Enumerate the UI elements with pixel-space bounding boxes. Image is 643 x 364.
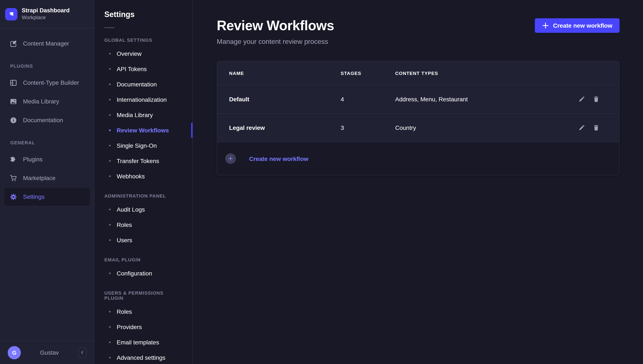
main-content: Review Workflows Manage your content rev… (193, 0, 643, 364)
sidebar-item-plugins[interactable]: Plugins (4, 150, 90, 168)
settings-nav-label: Review Workflows (117, 127, 169, 134)
plus-icon (542, 22, 549, 29)
create-workflow-button[interactable]: Create new workflow (535, 18, 620, 33)
settings-nav-api-tokens[interactable]: API Tokens (94, 61, 192, 76)
settings-nav-review-workflows[interactable]: Review Workflows (94, 122, 192, 138)
settings-nav-roles[interactable]: Roles (94, 304, 192, 319)
bullet-icon (109, 341, 111, 343)
sidebar-item-settings[interactable]: Settings (4, 188, 90, 206)
settings-nav-label: Internationalization (117, 96, 167, 103)
sidebar-item-documentation[interactable]: Documentation (4, 111, 90, 129)
workflow-name-cell: Default (217, 85, 341, 114)
table-row[interactable]: Legal review3Country (217, 114, 619, 142)
sidebar-item-label: Content Manager (23, 40, 69, 47)
table-row[interactable]: Default4Address, Menu, Restaurant (217, 85, 619, 114)
sidebar-item-marketplace[interactable]: Marketplace (4, 169, 90, 187)
info-icon (9, 116, 17, 124)
bullet-icon (109, 326, 111, 328)
subnav-section-header: ADMINISTRATION PANEL (94, 184, 192, 202)
cart-icon (9, 174, 17, 182)
sidebar-item-content-manager[interactable]: Content Manager (4, 34, 90, 52)
subnav-header: Settings (94, 0, 192, 28)
settings-nav-users[interactable]: Users (94, 232, 192, 248)
bullet-icon (109, 160, 111, 162)
pen-icon (9, 40, 17, 47)
row-actions-cell (555, 114, 619, 142)
workflow-stages-cell: 3 (341, 114, 395, 142)
edit-workflow-button[interactable] (578, 96, 585, 102)
settings-nav-roles[interactable]: Roles (94, 217, 192, 232)
layout-icon (9, 79, 17, 86)
sidebar-item-media-library[interactable]: Media Library (4, 92, 90, 110)
delete-workflow-button[interactable] (593, 96, 600, 102)
app-window: Strapi Dashboard Workplace Content Manag… (0, 0, 643, 364)
settings-nav-media-library[interactable]: Media Library (94, 107, 192, 122)
settings-subnav: Settings GLOBAL SETTINGSOverviewAPI Toke… (94, 0, 193, 364)
settings-nav-email-templates[interactable]: Email templates (94, 334, 192, 350)
brand-text: Strapi Dashboard Workplace (22, 7, 70, 21)
settings-nav-label: Configuration (117, 270, 152, 276)
nav-section-header: PLUGINS (0, 53, 94, 73)
bullet-icon (109, 98, 111, 100)
column-header-content-types: CONTENT TYPES (395, 61, 555, 85)
row-actions-cell (555, 85, 619, 114)
brand-title: Strapi Dashboard (22, 7, 70, 14)
settings-nav-audit-logs[interactable]: Audit Logs (94, 202, 192, 217)
bullet-icon (109, 175, 111, 177)
settings-nav-internationalization[interactable]: Internationalization (94, 92, 192, 107)
brand-subtitle: Workplace (22, 15, 70, 21)
workflow-content-types-cell: Country (395, 114, 555, 142)
settings-nav-label: Email templates (117, 339, 159, 346)
trash-icon (593, 124, 600, 131)
workflow-name-cell: Legal review (217, 114, 341, 142)
settings-nav-transfer-tokens[interactable]: Transfer Tokens (94, 153, 192, 168)
avatar[interactable]: G (8, 346, 21, 359)
workflow-content-types-cell: Address, Menu, Restaurant (395, 85, 555, 114)
sidebar-item-label: Media Library (23, 98, 59, 105)
settings-nav-label: Overview (117, 50, 142, 57)
settings-nav-label: Audit Logs (117, 206, 145, 213)
collapse-sidebar-button[interactable] (78, 347, 86, 358)
bullet-icon (109, 208, 111, 210)
image-icon (9, 98, 17, 105)
bullet-icon (109, 68, 111, 70)
table-footer-create-workflow[interactable]: Create new workflow (217, 142, 619, 175)
bullet-icon (109, 52, 111, 54)
settings-nav-configuration[interactable]: Configuration (94, 266, 192, 281)
trash-icon (593, 96, 600, 102)
settings-nav-providers[interactable]: Providers (94, 319, 192, 334)
row-actions (555, 124, 619, 131)
column-header-stages: STAGES (341, 61, 395, 85)
bullet-icon (109, 310, 111, 312)
settings-nav-advanced-settings[interactable]: Advanced settings (94, 350, 192, 364)
settings-nav-documentation[interactable]: Documentation (94, 76, 192, 92)
bullet-icon (109, 114, 111, 116)
main-sidebar: Strapi Dashboard Workplace Content Manag… (0, 0, 94, 364)
workflows-table-card: NAMESTAGESCONTENT TYPES Default4Address,… (217, 61, 620, 176)
settings-nav-webhooks[interactable]: Webhooks (94, 168, 192, 184)
brand[interactable]: Strapi Dashboard Workplace (0, 0, 94, 28)
sidebar-item-label: Marketplace (23, 174, 56, 181)
page-heading-block: Review Workflows Manage your content rev… (217, 17, 334, 46)
chevron-left-icon (80, 350, 85, 355)
sidebar-item-content-type-builder[interactable]: Content-Type Builder (4, 74, 90, 92)
settings-nav-label: Users (117, 236, 132, 243)
column-header-name: NAME (217, 61, 341, 85)
workflows-table: NAMESTAGESCONTENT TYPES Default4Address,… (217, 61, 619, 142)
workflow-stages-cell: 4 (341, 85, 395, 114)
settings-nav-label: Transfer Tokens (117, 157, 159, 164)
delete-workflow-button[interactable] (593, 124, 600, 131)
subnav-section-header: EMAIL PLUGIN (94, 248, 192, 266)
footer-create-workflow-label: Create new workflow (249, 155, 308, 162)
sidebar-item-label: Content-Type Builder (23, 79, 79, 86)
edit-workflow-button[interactable] (578, 124, 585, 131)
row-actions (555, 96, 619, 102)
bullet-icon (109, 239, 111, 241)
settings-nav-label: Documentation (117, 81, 157, 88)
gear-icon (9, 193, 17, 200)
page-subtitle: Manage your content review process (217, 38, 334, 46)
bullet-icon (109, 356, 111, 358)
bullet-icon (109, 224, 111, 226)
settings-nav-overview[interactable]: Overview (94, 46, 192, 61)
settings-nav-single-sign-on[interactable]: Single Sign-On (94, 138, 192, 153)
